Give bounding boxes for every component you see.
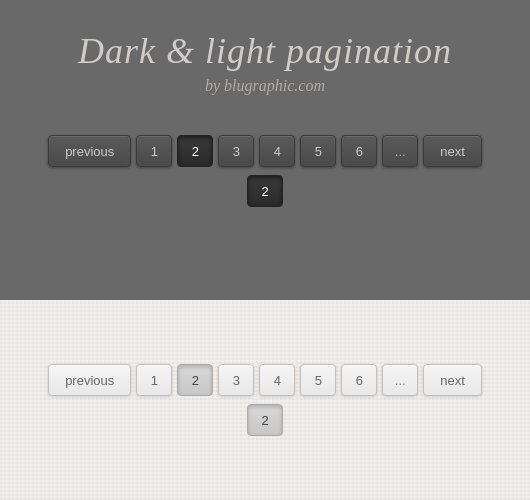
dark-page-2-active[interactable]: 2 [177,135,213,167]
dark-previous-button[interactable]: previous [48,135,131,167]
light-page-6[interactable]: 6 [341,364,377,396]
dark-dots: ... [382,135,418,167]
light-active-indicator-row: 2 [247,404,283,436]
light-previous-button[interactable]: previous [48,364,131,396]
light-section: previous 1 2 3 4 5 6 ... next 2 [0,300,530,500]
dark-page-6[interactable]: 6 [341,135,377,167]
dark-page-1[interactable]: 1 [136,135,172,167]
light-next-button[interactable]: next [423,364,482,396]
light-page-3[interactable]: 3 [218,364,254,396]
dark-section: Dark & light pagination by blugraphic.co… [0,0,530,300]
light-dots: ... [382,364,418,396]
dark-page-3[interactable]: 3 [218,135,254,167]
light-page-4[interactable]: 4 [259,364,295,396]
dark-page-5[interactable]: 5 [300,135,336,167]
dark-next-button[interactable]: next [423,135,482,167]
light-page-1[interactable]: 1 [136,364,172,396]
page-subtitle: by blugraphic.com [205,77,325,95]
dark-active-indicator-row: 2 [247,175,283,207]
dark-pagination-row: previous 1 2 3 4 5 6 ... next [48,135,482,167]
light-page-5[interactable]: 5 [300,364,336,396]
dark-page-4[interactable]: 4 [259,135,295,167]
page-title: Dark & light pagination [78,30,452,72]
dark-pagination: previous 1 2 3 4 5 6 ... next 2 [48,135,482,207]
light-active-page-indicator[interactable]: 2 [247,404,283,436]
light-pagination-row: previous 1 2 3 4 5 6 ... next [48,364,482,396]
dark-active-page-indicator[interactable]: 2 [247,175,283,207]
light-pagination: previous 1 2 3 4 5 6 ... next 2 [48,364,482,436]
light-page-2-active[interactable]: 2 [177,364,213,396]
